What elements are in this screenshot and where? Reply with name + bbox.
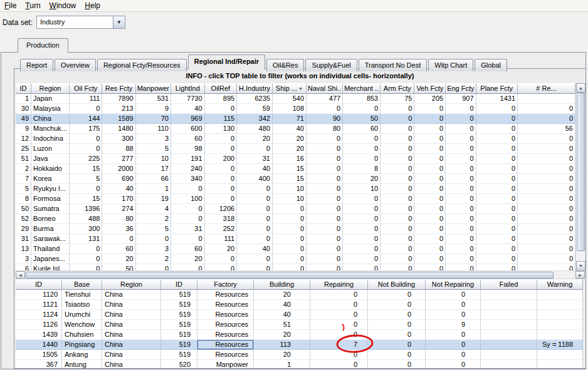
cell[interactable]: Pingsiang [62,340,102,350]
cell[interactable]: Tienshui [62,290,102,300]
cell[interactable]: Resources [197,290,254,300]
table-row[interactable]: 51Java2252771019120031160000000 [16,154,575,164]
cell[interactable]: 0 [205,194,238,204]
cell[interactable]: 29 [16,224,31,234]
cell[interactable]: 0 [205,184,238,194]
cell[interactable]: 80 [102,214,135,224]
cell[interactable]: 1396 [70,204,102,214]
cell[interactable]: 213 [102,104,135,114]
cell[interactable]: Resources [197,340,254,350]
cell[interactable]: 0 [307,194,343,204]
cell[interactable]: China [102,330,161,340]
cell[interactable]: Hokkaido [31,164,70,174]
cell[interactable]: 367 [16,360,62,368]
column-header-not-repairing[interactable]: Not Repairing [426,279,481,290]
cell[interactable]: 7 [16,174,31,184]
cell[interactable]: 0 [518,134,575,144]
column-header-id[interactable]: ID [161,279,197,290]
column-header-region[interactable]: Region [102,279,161,290]
table-row[interactable]: 1121TsiaotsoChina519Resources40000 [16,300,583,310]
cell[interactable]: 0 [426,330,481,340]
cell[interactable]: 0 [343,104,381,114]
cell[interactable]: 0 [476,144,518,154]
cell[interactable]: 0 [518,204,575,214]
cell[interactable]: 0 [343,144,381,154]
cell[interactable]: 0 [518,114,575,124]
tab-transport-no-dest[interactable]: Transport No Dest [359,59,427,71]
cell[interactable]: 0 [518,234,575,244]
cell[interactable]: 0 [518,254,575,264]
cell[interactable]: 98 [171,144,205,154]
cell[interactable]: 110 [136,124,171,134]
cell[interactable]: 0 [446,114,476,124]
cell[interactable]: 10 [343,184,381,194]
cell[interactable]: 40 [237,244,273,254]
cell[interactable]: 0 [446,104,476,114]
cell[interactable]: 0 [307,184,343,194]
table-row[interactable]: 13Thailand060360204000000000 [16,244,575,254]
cell[interactable]: 0 [518,194,575,204]
cell[interactable]: 0 [310,320,368,330]
scroll-down-icon[interactable]: ▼ [576,261,585,270]
cell[interactable]: 0 [171,184,205,194]
cell[interactable]: 0 [414,214,446,224]
cell[interactable]: 240 [171,164,205,174]
cell[interactable]: 0 [70,184,102,194]
cell[interactable]: 20 [102,254,135,264]
cell[interactable]: 31 [171,224,205,234]
cell[interactable]: 0 [310,330,368,340]
cell[interactable]: 5 [136,224,171,234]
cell[interactable]: 0 [414,254,446,264]
cell[interactable]: 15 [70,164,102,174]
column-header-factory[interactable]: Factory [197,279,254,290]
cell[interactable]: 0 [273,224,307,234]
column-header-oilref[interactable]: OilRef [205,83,238,94]
cell[interactable]: 1126 [16,320,62,330]
cell[interactable]: 0 [476,174,518,184]
cell[interactable]: 88 [102,144,135,154]
cell[interactable]: 0 [205,104,238,114]
cell[interactable]: 0 [310,310,368,320]
cell[interactable]: 0 [381,254,414,264]
cell[interactable]: 60 [102,244,135,254]
cell[interactable]: Resources [197,320,254,330]
cell[interactable]: 3 [136,134,171,144]
cell[interactable]: 690 [102,174,135,184]
cell[interactable]: 3 [136,244,171,254]
cell[interactable]: 0 [414,184,446,194]
cell[interactable]: Formosa [31,194,70,204]
cell[interactable]: 15 [273,174,307,184]
cell[interactable]: 0 [381,114,414,124]
cell[interactable]: 191 [171,154,205,164]
cell[interactable]: 0 [273,214,307,224]
cell[interactable]: 0 [476,244,518,254]
cell[interactable]: 1480 [102,124,135,134]
scroll-left-icon[interactable]: ◄ [16,271,25,279]
cell[interactable]: 1431 [476,94,518,104]
cell[interactable]: 0 [273,244,307,254]
cell[interactable]: Ryukyu I... [31,184,70,194]
cell[interactable]: Chuhsien [62,330,102,340]
cell[interactable]: Resources [197,310,254,320]
cell[interactable]: 519 [161,330,197,340]
cell[interactable]: 100 [171,194,205,204]
cell[interactable]: 20 [343,174,381,184]
cell[interactable]: 0 [446,134,476,144]
cell[interactable]: 0 [307,174,343,184]
cell[interactable] [481,360,537,368]
tab-global[interactable]: Global [475,59,507,71]
cell[interactable]: 0 [414,144,446,154]
table-row[interactable]: 7Korea56906634004001502000000 [16,174,575,184]
cell[interactable]: Indochina [31,134,70,144]
cell[interactable]: 50 [16,204,31,214]
column-header-oil-fcty[interactable]: Oil Fcty [70,83,102,94]
column-header-veh-fcty[interactable]: Veh Fcty [414,83,446,94]
table-row[interactable]: 1505AnkangChina519Resources20000 [16,350,583,360]
cell[interactable]: 0 [426,340,481,350]
cell[interactable]: 1 [136,184,171,194]
cell[interactable]: 10 [273,194,307,204]
cell[interactable]: 16 [273,154,307,164]
cell[interactable]: 0 [171,264,205,270]
menu-item-help[interactable]: Help [80,0,105,10]
cell[interactable]: 0 [518,164,575,174]
